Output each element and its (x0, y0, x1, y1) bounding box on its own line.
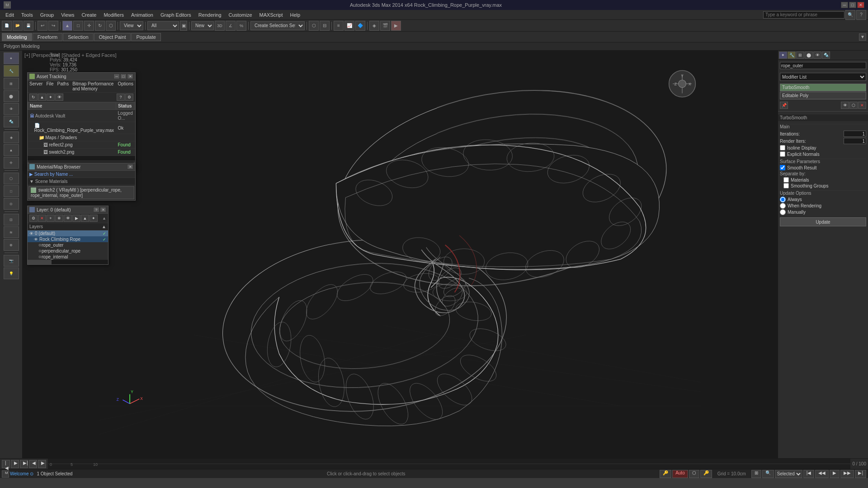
tool4[interactable]: ⬡ (4, 173, 19, 184)
material-editor[interactable]: ◈ (369, 21, 379, 31)
editable-poly-modifier[interactable]: Editable Poly (780, 92, 866, 99)
schematic-view[interactable]: 🔷 (355, 21, 365, 31)
minimize-button[interactable]: ─ (841, 2, 848, 8)
tl-next-key[interactable]: ▶ (38, 460, 46, 468)
viewport-area[interactable]: [+] [Perspective] [Shaded + Edged Faces]… (23, 51, 778, 458)
search-icon[interactable]: 🔍 (845, 10, 855, 20)
set-key-btn[interactable]: ⬡ (689, 470, 699, 478)
layer-row-internal[interactable]: ⊙ rope_internal (28, 254, 108, 260)
hierarchy-panel[interactable]: ⊞ (4, 78, 19, 89)
anim-btn[interactable]: 🔑 (660, 470, 671, 478)
last-frame[interactable]: ▶| (855, 470, 866, 478)
reference-dropdown[interactable]: View (120, 21, 143, 30)
modify-icon[interactable]: 🔧 (788, 52, 796, 59)
tab-selection[interactable]: Selection (63, 33, 93, 41)
at-menu-paths[interactable]: Paths (57, 81, 69, 91)
tool9[interactable]: ⊗ (4, 239, 19, 251)
tool10[interactable]: 📷 (4, 255, 19, 267)
at-menu-server[interactable]: Server (29, 81, 42, 91)
object-name-input[interactable] (780, 62, 866, 69)
viewport-3d[interactable]: Y X Z X Y Z (23, 51, 778, 458)
remove-modifier[interactable]: ✕ (858, 102, 866, 109)
tl-prev-key[interactable]: ◀ (29, 460, 37, 468)
tab-populate[interactable]: Populate (131, 33, 160, 41)
lp-delete-btn[interactable]: ✕ (38, 215, 46, 222)
lp-settings-btn[interactable]: ⚙ (29, 215, 38, 222)
mirror-btn[interactable]: ⬡ (309, 21, 319, 31)
redo-btn[interactable]: ↪ (48, 21, 58, 31)
lp-select-btn[interactable]: ▲ (81, 215, 89, 222)
snap-dropdown[interactable]: New (191, 21, 214, 30)
menu-rendering[interactable]: Rendering (195, 11, 225, 19)
menu-edit[interactable]: Edit (2, 11, 18, 19)
menu-views[interactable]: Views (57, 11, 78, 19)
utils-icon[interactable]: 🔩 (822, 52, 830, 59)
update-button[interactable]: Update (780, 217, 866, 226)
new-btn[interactable]: 📄 (2, 21, 12, 31)
status-icon-btn[interactable]: M (2, 470, 9, 478)
close-button[interactable]: ✕ (857, 2, 864, 8)
menu-customize[interactable]: Customize (225, 11, 256, 19)
select-all[interactable]: ▣ (180, 21, 187, 31)
menu-tools[interactable]: Tools (18, 11, 37, 19)
manually-radio[interactable] (780, 209, 786, 215)
align-btn[interactable]: ⊟ (320, 21, 330, 31)
utilities-panel[interactable]: 🔩 (4, 116, 19, 127)
at-scrollbar[interactable] (28, 156, 135, 160)
select-btn[interactable]: ▲ (62, 21, 72, 31)
select-filter[interactable]: All (147, 21, 179, 30)
isoline-checkbox[interactable] (780, 145, 785, 150)
menu-help[interactable]: Help (287, 11, 304, 19)
maximize-viewport[interactable]: ⊞ (751, 470, 761, 478)
modifier-list-dropdown[interactable]: Modifier List (780, 73, 866, 81)
key-filter-btn[interactable]: 🔑 (700, 470, 712, 478)
search-input[interactable] (763, 11, 844, 19)
at-restore-btn[interactable]: □ (120, 74, 127, 79)
tool7[interactable]: ⊡ (4, 214, 19, 225)
lp-add-btn[interactable]: + (47, 215, 55, 222)
tl-next-btn[interactable]: ▶| (20, 460, 28, 468)
scale-btn[interactable]: ⬡ (106, 21, 116, 31)
at-menu-file[interactable]: File (46, 81, 53, 91)
tab-modeling[interactable]: Modeling (2, 33, 32, 41)
render-iters-input[interactable] (844, 138, 866, 144)
motion-panel[interactable]: ⬤ (4, 90, 19, 102)
mb-close-btn[interactable]: ✕ (127, 164, 133, 169)
display-icon[interactable]: 👁 (813, 52, 821, 59)
tool8[interactable]: ≋ (4, 226, 19, 238)
show-end-result[interactable]: 👁 (841, 102, 849, 109)
lp-scrollbar[interactable] (28, 260, 108, 264)
render-quality-select[interactable]: Selected (775, 470, 802, 478)
move-btn[interactable]: ✛ (84, 21, 94, 31)
at-view-btn[interactable]: 👁 (55, 94, 63, 101)
maximize-button[interactable]: □ (849, 2, 856, 8)
layer-row-rope[interactable]: 👁 Rock Climbing Rope ✓ (28, 236, 108, 242)
snap-angle[interactable]: ∠ (226, 21, 236, 31)
render-setup[interactable]: 🎬 (380, 21, 390, 31)
at-menu-bitmap[interactable]: Bitmap Performance and Memory (72, 81, 114, 91)
tool1[interactable]: ◈ (4, 131, 19, 143)
at-menu-options[interactable]: Options (118, 81, 133, 91)
at-help-btn[interactable]: ? (117, 94, 125, 101)
help-icon[interactable]: ? (856, 10, 866, 20)
prev-frame[interactable]: ◀◀ (815, 470, 829, 478)
menu-create[interactable]: Create (78, 11, 100, 19)
next-frame[interactable]: ▶▶ (840, 470, 854, 478)
tool11[interactable]: 💡 (4, 267, 19, 279)
turbosmoooth-modifier[interactable]: TurboSmooth (780, 84, 866, 91)
at-settings-btn[interactable]: ⚙ (125, 94, 133, 101)
menu-animation[interactable]: Animation (127, 11, 157, 19)
snap-pct[interactable]: % (236, 21, 246, 31)
timeline-track[interactable]: 0 5 10 (48, 459, 850, 469)
smooth-result-checkbox[interactable] (780, 165, 785, 170)
display-panel[interactable]: 👁 (4, 103, 19, 115)
lp-show-btn[interactable]: 👁 (64, 215, 72, 222)
iterations-input[interactable] (844, 131, 866, 137)
explicit-normals-checkbox[interactable] (780, 151, 785, 157)
when-rendering-radio[interactable] (780, 203, 786, 209)
lp-collapse-btn[interactable]: ▲ (102, 216, 106, 221)
lp-freeze-btn[interactable]: ❄ (55, 215, 63, 222)
menu-modifiers[interactable]: Modifiers (100, 11, 127, 19)
lp-highlight-btn[interactable]: ✦ (90, 215, 98, 222)
curve-editor[interactable]: 📈 (344, 21, 354, 31)
